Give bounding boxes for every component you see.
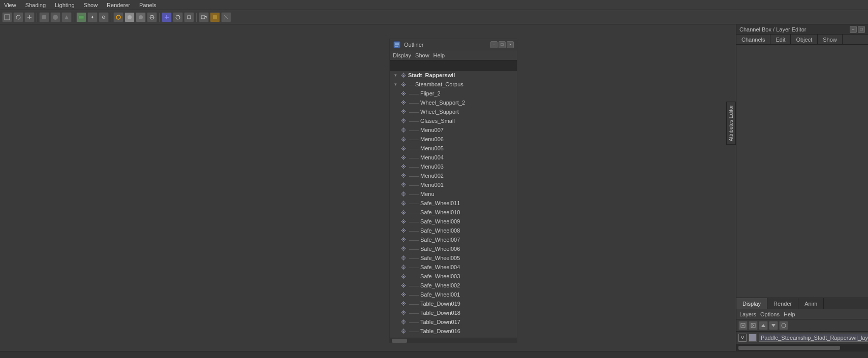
item-label-menu003: Menu003 xyxy=(420,164,444,170)
mesh-icon-safe_wheel006 xyxy=(400,245,407,252)
outliner-item-menu004[interactable]: ——Menu004 xyxy=(390,153,517,162)
toolbar-btn-4[interactable] xyxy=(39,12,49,22)
outliner-item-safe_wheel003[interactable]: ——Safe_Wheel003 xyxy=(390,272,517,281)
expand-icon-stadt_rapperswil[interactable]: ▾ xyxy=(392,72,399,79)
toolbar-btn-3[interactable] xyxy=(24,12,35,22)
outliner-item-menu[interactable]: ——Menu xyxy=(390,189,517,199)
right-panel: Channel Box / Layer Editor – □ Channels … xyxy=(736,24,868,351)
outliner-menu-help[interactable]: Help xyxy=(433,52,445,58)
menu-lighting[interactable]: Lighting xyxy=(53,2,77,8)
toolbar-btn-camera[interactable] xyxy=(199,12,209,22)
outliner-item-safe_wheel004[interactable]: ——Safe_Wheel004 xyxy=(390,263,517,272)
tab-channels[interactable]: Channels xyxy=(736,35,770,44)
toolbar-btn-11[interactable] xyxy=(125,12,135,22)
toolbar-btn-9[interactable]: ⚙ xyxy=(99,12,109,22)
outliner-hscroll[interactable] xyxy=(390,338,517,343)
toolbar-btn-12[interactable] xyxy=(136,12,146,22)
menu-renderer[interactable]: Renderer xyxy=(105,2,132,8)
le-menu-options[interactable]: Options xyxy=(760,311,780,317)
svg-point-163 xyxy=(403,203,404,204)
mesh-icon-safe_wheel011 xyxy=(400,200,407,207)
outliner-item-menu001[interactable]: ——Menu001 xyxy=(390,180,517,189)
tab-object[interactable]: Object xyxy=(791,35,818,44)
le-menu-help[interactable]: Help xyxy=(784,311,795,317)
expand-icon-steamboat_corpus[interactable]: ▾ xyxy=(392,81,399,88)
outliner-item-safe_wheel007[interactable]: ——Safe_Wheel007 xyxy=(390,235,517,244)
outliner-item-wheel_support[interactable]: ——Wheel_Support xyxy=(390,107,517,116)
toolbar-btn-5[interactable] xyxy=(50,12,60,22)
outliner-search-input[interactable] xyxy=(392,61,515,67)
toolbar-btn-1[interactable] xyxy=(2,12,12,22)
layer-name[interactable]: Paddle_Steeamship_Stadt_Rapperswil_layer… xyxy=(759,334,868,342)
outliner-item-menu006[interactable]: ——Menu006 xyxy=(390,135,517,144)
toolbar-btn-7[interactable] xyxy=(76,12,86,22)
le-tool-delete-layer[interactable] xyxy=(749,321,758,330)
outliner-item-menu007[interactable]: ——Menu007 xyxy=(390,125,517,135)
toolbar-btn-2[interactable] xyxy=(13,12,23,22)
outliner-item-safe_wheel008[interactable]: ——Safe_Wheel008 xyxy=(390,226,517,235)
item-dash-wheel_support: —— xyxy=(409,109,419,115)
outliner-item-safe_wheel005[interactable]: ——Safe_Wheel005 xyxy=(390,253,517,263)
rp-minimize-btn[interactable]: – xyxy=(850,26,857,33)
outliner-item-stadt_rapperswil[interactable]: ▾ Stadt_Rapperswil xyxy=(390,71,517,80)
outliner-item-wheel_support_2[interactable]: ——Wheel_Support_2 xyxy=(390,98,517,107)
menu-shading[interactable]: Shading xyxy=(23,2,48,8)
tab-edit[interactable]: Edit xyxy=(770,35,791,44)
outliner-item-table_down017[interactable]: ——Table_Down017 xyxy=(390,317,517,327)
item-dash-menu003: —— xyxy=(409,164,419,170)
menu-panels[interactable]: Panels xyxy=(137,2,159,8)
attributes-editor-tab[interactable]: Attributes Editor xyxy=(726,102,736,145)
tab-show[interactable]: Show xyxy=(818,35,843,44)
mesh-icon-glases_small xyxy=(400,117,407,124)
outliner-menu-display[interactable]: Display xyxy=(393,52,411,58)
outliner-item-menu002[interactable]: ——Menu002 xyxy=(390,171,517,180)
outliner-close-btn[interactable]: × xyxy=(507,41,514,48)
menu-show[interactable]: Show xyxy=(82,2,100,8)
toolbar-btn-scale[interactable] xyxy=(184,12,194,22)
le-tool-move-up[interactable] xyxy=(759,321,768,330)
menu-view[interactable]: View xyxy=(2,2,18,8)
toolbar-btn-rotate[interactable] xyxy=(173,12,183,22)
outliner-item-safe_wheel010[interactable]: ——Safe_Wheel010 xyxy=(390,208,517,217)
layer-row-1[interactable]: V Paddle_Steeamship_Stadt_Rapperswil_lay… xyxy=(736,333,868,343)
outliner-item-table_down019[interactable]: ——Table_Down019 xyxy=(390,299,517,308)
toolbar-btn-13[interactable] xyxy=(147,12,157,22)
toolbar-btn-extra[interactable] xyxy=(221,12,231,22)
outliner-item-steamboat_corpus[interactable]: ▾ —Steamboat_Corpus xyxy=(390,80,517,89)
toolbar-btn-8[interactable]: ✦ xyxy=(87,12,98,22)
le-menu-layers[interactable]: Layers xyxy=(739,311,756,317)
right-panel-hscroll[interactable] xyxy=(736,344,868,351)
outliner-content[interactable]: ▾ Stadt_Rapperswil▾ —Steamboat_Corpus ——… xyxy=(390,71,517,338)
toolbar-btn-move[interactable] xyxy=(162,12,172,22)
outliner-menu-show[interactable]: Show xyxy=(415,52,429,58)
outliner-item-menu003[interactable]: ——Menu003 xyxy=(390,162,517,171)
toolbar-btn-10[interactable] xyxy=(113,12,123,22)
item-label-menu002: Menu002 xyxy=(420,173,444,179)
outliner-item-table_down016[interactable]: ——Table_Down016 xyxy=(390,327,517,336)
layer-color-swatch[interactable] xyxy=(749,334,757,342)
svg-point-11 xyxy=(176,15,180,19)
outliner-item-table_down018[interactable]: ——Table_Down018 xyxy=(390,308,517,317)
outliner-item-menu005[interactable]: ——Menu005 xyxy=(390,144,517,153)
rp-maximize-btn[interactable]: □ xyxy=(858,26,865,33)
le-tab-anim[interactable]: Anim xyxy=(798,298,824,309)
outliner-item-glases_small[interactable]: ——Glases_Small xyxy=(390,116,517,125)
outliner-item-safe_wheel011[interactable]: ——Safe_Wheel011 xyxy=(390,199,517,208)
layer-visibility-btn[interactable]: V xyxy=(738,334,747,342)
le-tool-new-layer[interactable] xyxy=(738,321,748,330)
le-tab-render[interactable]: Render xyxy=(767,298,798,309)
outliner-item-safe_wheel009[interactable]: ——Safe_Wheel009 xyxy=(390,217,517,226)
svg-point-85 xyxy=(403,84,404,85)
le-tab-display[interactable]: Display xyxy=(736,298,767,309)
outliner-maximize-btn[interactable]: □ xyxy=(499,41,506,48)
le-tool-select-objects[interactable] xyxy=(779,321,788,330)
svg-point-6 xyxy=(116,15,120,19)
outliner-item-safe_wheel001[interactable]: ——Safe_Wheel001 xyxy=(390,290,517,299)
outliner-item-fliper_2[interactable]: ——Fliper_2 xyxy=(390,89,517,98)
le-tool-move-down[interactable] xyxy=(769,321,778,330)
toolbar-btn-render[interactable] xyxy=(210,12,220,22)
outliner-item-safe_wheel006[interactable]: ——Safe_Wheel006 xyxy=(390,244,517,253)
outliner-item-safe_wheel002[interactable]: ——Safe_Wheel002 xyxy=(390,281,517,290)
toolbar-btn-6[interactable] xyxy=(61,12,72,22)
outliner-minimize-btn[interactable]: – xyxy=(490,41,498,48)
